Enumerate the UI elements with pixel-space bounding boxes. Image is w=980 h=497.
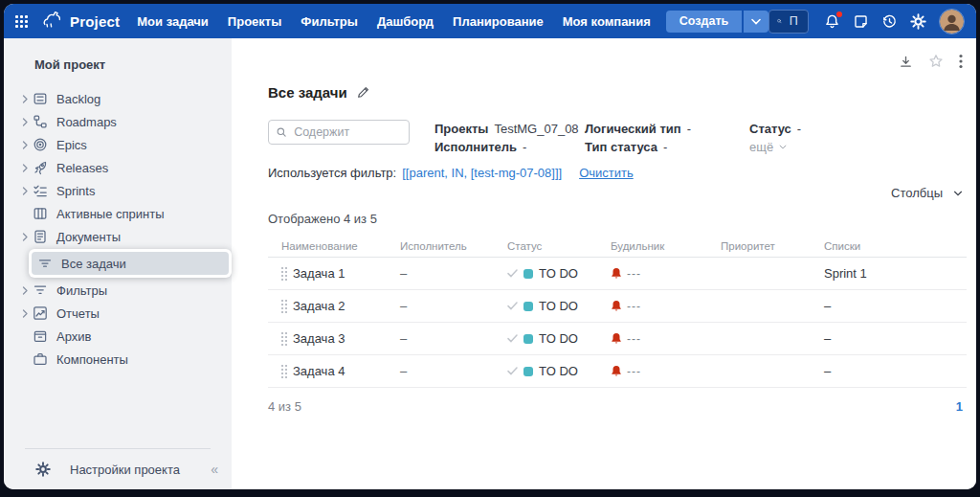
collapse-sidebar-button[interactable]: « [211, 462, 218, 477]
alarm-bell-icon [611, 267, 622, 280]
task-status[interactable]: TO DO [507, 266, 611, 281]
spotlight-highlight: Все задачи [29, 249, 232, 278]
drag-handle-icon[interactable] [268, 332, 293, 346]
filter-more-button[interactable]: ещё [749, 140, 801, 154]
global-search-input[interactable] [788, 13, 800, 29]
task-assignee: – [400, 266, 507, 281]
app-logo[interactable]: Project [41, 9, 120, 34]
chevron-right-icon[interactable] [17, 164, 33, 172]
create-dropdown-button[interactable] [744, 11, 768, 33]
sidebar-item-filters[interactable]: Фильтры [4, 279, 232, 302]
kebab-menu-icon[interactable] [959, 54, 963, 69]
filter-value: - [797, 122, 801, 136]
contains-filter-input[interactable] [292, 124, 401, 140]
column-header-5[interactable]: Списки [824, 240, 967, 252]
project-settings-button[interactable]: Настройки проекта « [4, 449, 232, 489]
chevron-right-icon[interactable] [17, 286, 33, 295]
sidebar-item-label: Все задачи [61, 257, 126, 271]
filter-label: Тип статуса [585, 140, 657, 154]
columns-button[interactable]: Столбцы [891, 186, 967, 200]
sidebar-item-documents[interactable]: Документы [4, 225, 232, 248]
star-icon[interactable] [928, 54, 944, 69]
app-grid-icon[interactable] [15, 15, 28, 28]
chevron-right-icon[interactable] [17, 141, 33, 149]
nav-item-5[interactable]: Моя компания [563, 14, 651, 29]
contains-filter[interactable] [268, 120, 410, 145]
task-alarm[interactable]: --- [611, 267, 721, 281]
task-name[interactable]: Задача 3 [293, 331, 400, 346]
drag-handle-icon[interactable] [268, 267, 293, 281]
releases-icon [33, 160, 48, 175]
sidebar-item-active-sprints[interactable]: Активные спринты [4, 202, 232, 225]
table-row[interactable]: Задача 1–TO DO---Sprint 1 [268, 258, 967, 290]
filter-projects[interactable]: Проекты TestMG_07_08 [434, 122, 585, 136]
sprints-icon [33, 183, 48, 198]
alarm-bell-icon [611, 300, 622, 312]
chevron-right-icon[interactable] [17, 309, 33, 318]
column-header-4[interactable]: Приоритет [721, 240, 824, 252]
sidebar-item-archive[interactable]: Архив [4, 325, 232, 348]
user-avatar[interactable] [939, 9, 965, 34]
sidebar-item-sprints[interactable]: Sprints [4, 179, 232, 202]
chevron-right-icon[interactable] [17, 233, 33, 241]
column-header-3[interactable]: Будильник [611, 240, 721, 252]
task-name[interactable]: Задача 4 [293, 364, 400, 378]
task-alarm[interactable]: --- [611, 300, 721, 313]
sidebar-item-roadmaps[interactable]: Roadmaps [4, 110, 232, 133]
sidebar-item-reports[interactable]: Отчеты [4, 302, 232, 325]
table-row[interactable]: Задача 3–TO DO---– [268, 323, 967, 355]
shown-count: Отображено 4 из 5 [268, 212, 967, 226]
task-alarm[interactable]: --- [611, 332, 721, 346]
table-row[interactable]: Задача 2–TO DO---– [268, 290, 967, 323]
notifications-icon[interactable] [824, 13, 840, 30]
drag-handle-icon[interactable] [268, 300, 293, 313]
filter-assignee[interactable]: Исполнитель - [434, 140, 585, 154]
nav-item-1[interactable]: Проекты [228, 14, 281, 29]
clear-filter-link[interactable]: Очистить [579, 166, 634, 180]
alarm-bell-icon [611, 365, 622, 377]
filter-status[interactable]: Статус - [749, 122, 801, 136]
task-status[interactable]: TO DO [507, 299, 611, 313]
chevron-right-icon[interactable] [17, 187, 33, 195]
settings-icon[interactable] [910, 13, 926, 30]
roadmaps-icon [33, 114, 48, 129]
sidebar-item-releases[interactable]: Releases [4, 156, 232, 179]
sidebar-item-all-tasks[interactable]: Все задачи [32, 252, 229, 275]
column-header-1[interactable]: Исполнитель [400, 240, 507, 252]
chevron-right-icon[interactable] [17, 118, 33, 126]
notes-icon[interactable] [853, 13, 869, 30]
task-name[interactable]: Задача 1 [293, 266, 400, 281]
filter-logical-type[interactable]: Логический тип - [585, 122, 749, 136]
nav-item-4[interactable]: Планирование [453, 14, 544, 29]
sidebar-item-components[interactable]: Компоненты [4, 348, 232, 371]
download-icon[interactable] [899, 55, 913, 69]
column-header-2[interactable]: Статус [507, 240, 611, 252]
drag-handle-icon[interactable] [268, 365, 293, 378]
column-header-0[interactable]: Наименование [268, 240, 400, 252]
table-row[interactable]: Задача 4–TO DO---– [268, 355, 967, 388]
create-button[interactable]: Создать [666, 11, 742, 33]
filter-column-2: Логический тип - Тип статуса - [585, 120, 749, 154]
applied-filter-value[interactable]: [[parent, IN, [test-mg-07-08]]] [402, 166, 562, 180]
edit-title-icon[interactable] [357, 86, 369, 99]
table-header-row: НаименованиеИсполнительСтатусБудильникПр… [268, 236, 967, 258]
task-status[interactable]: TO DO [507, 364, 611, 378]
filter-status-type[interactable]: Тип статуса - [585, 140, 749, 154]
sidebar-item-backlog[interactable]: Backlog [4, 87, 232, 110]
alarm-value: --- [627, 267, 641, 281]
nav-item-2[interactable]: Фильтры [301, 14, 358, 29]
task-status[interactable]: TO DO [507, 331, 611, 346]
chevron-right-icon[interactable] [17, 95, 33, 103]
nav-item-0[interactable]: Мои задачи [137, 14, 209, 29]
pagination-page-1[interactable]: 1 [956, 399, 963, 414]
sidebar-item-epics[interactable]: Epics [4, 133, 232, 156]
create-split-button: Создать [666, 11, 768, 33]
task-alarm[interactable]: --- [611, 365, 721, 378]
history-icon[interactable] [881, 13, 898, 30]
task-name[interactable]: Задача 2 [293, 299, 400, 313]
global-search[interactable] [768, 10, 809, 34]
sidebar-item-label: Releases [56, 161, 108, 175]
nav-item-3[interactable]: Дашборд [377, 14, 434, 29]
task-lists: – [824, 299, 967, 313]
status-color-swatch [523, 367, 533, 376]
